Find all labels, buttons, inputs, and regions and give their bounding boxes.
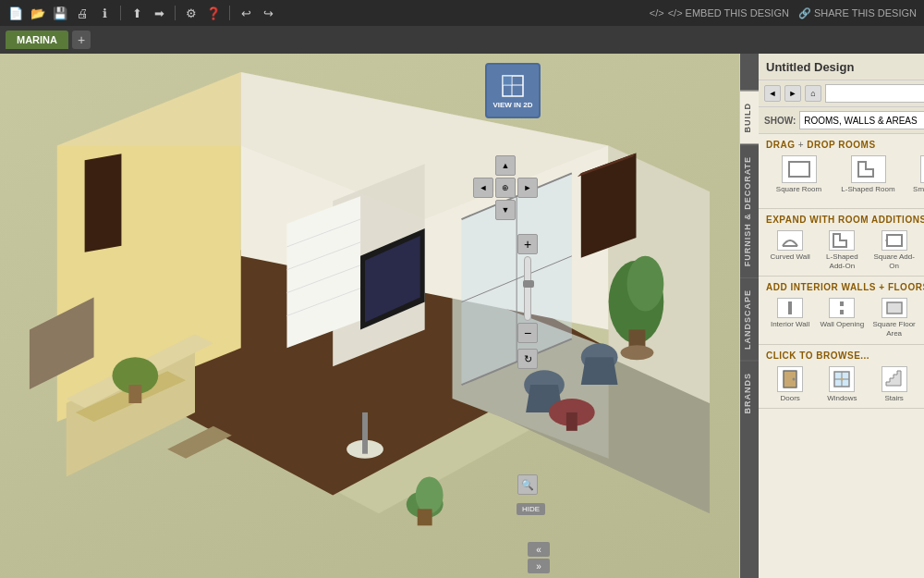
- curved-wall-item[interactable]: Curved Wall: [766, 230, 814, 270]
- svg-rect-30: [566, 412, 578, 431]
- room-render: [0, 54, 739, 578]
- toolbar-help-icon[interactable]: ❓: [205, 5, 222, 21]
- panel-tabs: BUILD FURNISH & DECORATE LANDSCAPE BRAND…: [740, 54, 924, 578]
- toolbar-redo-icon[interactable]: ↪: [260, 5, 276, 21]
- interior-wall-item[interactable]: Interior Wall: [766, 298, 814, 338]
- toolbar-settings-icon[interactable]: ⚙: [183, 5, 200, 21]
- nav-down-arrow[interactable]: ▼: [495, 200, 516, 220]
- svg-marker-52: [858, 162, 873, 177]
- panel-header: Untitled Design i: [759, 54, 924, 80]
- toolbar-new-icon[interactable]: 📄: [7, 5, 24, 21]
- toolbar-export-icon[interactable]: ➡: [151, 5, 167, 21]
- rotate-button[interactable]: ↻: [517, 349, 538, 369]
- svg-rect-9: [85, 154, 122, 252]
- stairs-item[interactable]: Stairs: [870, 366, 918, 402]
- small-room-label: Small Room or Closet: [905, 185, 924, 203]
- show-select[interactable]: ROOMS, WALLS & AREAS ROOMS ONLY ALL: [799, 111, 924, 129]
- doors-item[interactable]: Doors: [766, 366, 814, 402]
- wall-opening-item[interactable]: Wall Opening: [818, 298, 866, 338]
- right-panel: BUILD FURNISH & DECORATE LANDSCAPE BRAND…: [739, 54, 924, 578]
- room-svg: [0, 54, 739, 578]
- windows-label: Windows: [827, 394, 857, 402]
- side-tabs: BUILD FURNISH & DECORATE LANDSCAPE BRAND…: [740, 54, 759, 578]
- wall-opening-icon: [829, 298, 855, 318]
- svg-marker-71: [886, 371, 901, 386]
- show-label: SHOW:: [764, 116, 796, 126]
- browse-title: CLICK TO BROWSE...: [766, 350, 924, 361]
- toolbar-upload-icon[interactable]: ⬆: [128, 5, 145, 21]
- svg-point-70: [841, 377, 844, 380]
- square-room-item[interactable]: Square Room: [766, 155, 832, 203]
- add-tab-button[interactable]: +: [72, 31, 91, 49]
- zoom-out-button[interactable]: −: [517, 323, 538, 343]
- toolbar-save-icon[interactable]: 💾: [52, 5, 68, 21]
- wall-opening-label: Wall Opening: [821, 320, 865, 329]
- toolbar-separator-2: [175, 6, 176, 20]
- expand-section: EXPAND WITH ROOM ADDITIONS Curved Wall: [759, 209, 924, 277]
- toolbar-separator-3: [229, 6, 230, 20]
- square-floor-item[interactable]: Square Floor Area: [870, 298, 918, 338]
- interior-grid: Interior Wall Wall Opening: [766, 298, 924, 338]
- small-room-item[interactable]: Small Room or Closet: [905, 155, 924, 203]
- svg-rect-56: [887, 235, 902, 246]
- search-input[interactable]: [825, 84, 924, 103]
- toolbar-undo-icon[interactable]: ↩: [237, 5, 254, 21]
- browse-grid: Doors Windows: [766, 366, 924, 402]
- view-controls: VIEW IN 2D: [485, 63, 541, 118]
- toolbar-open-icon[interactable]: 📂: [30, 5, 46, 21]
- svg-point-41: [416, 477, 444, 514]
- scroll-up-button[interactable]: «: [528, 542, 550, 557]
- l-shaped-room-icon: [851, 155, 886, 183]
- svg-rect-24: [362, 412, 368, 454]
- toolbar-info-icon[interactable]: ℹ: [96, 5, 113, 21]
- svg-rect-51: [789, 162, 809, 177]
- magnifier-button[interactable]: 🔍: [517, 474, 538, 495]
- share-button[interactable]: 🔗 SHARE THIS DESIGN: [798, 7, 917, 19]
- nav-up-arrow[interactable]: ▲: [495, 155, 516, 176]
- nav-forward-button[interactable]: ►: [784, 85, 801, 102]
- nav-back-button[interactable]: ◄: [764, 85, 781, 102]
- embed-icon: </>: [650, 7, 664, 18]
- nav-left-arrow[interactable]: ◄: [473, 178, 493, 198]
- small-room-icon: [920, 155, 925, 183]
- svg-rect-21: [128, 385, 141, 403]
- hide-button[interactable]: HIDE: [517, 503, 545, 515]
- svg-point-34: [621, 345, 654, 360]
- square-room-label: Square Room: [776, 185, 821, 194]
- view-2d-button[interactable]: VIEW IN 2D: [485, 63, 541, 118]
- nav-right-arrow[interactable]: ►: [517, 178, 538, 198]
- toolbar-right: </> </> EMBED THIS DESIGN 🔗 SHARE THIS D…: [650, 7, 917, 19]
- windows-item[interactable]: Windows: [818, 366, 866, 402]
- zoom-slider[interactable]: [524, 256, 531, 321]
- scroll-down-button[interactable]: »: [528, 559, 550, 573]
- l-shaped-addon-item[interactable]: L-Shaped Add-On: [818, 230, 866, 270]
- bottom-navigation: « »: [528, 542, 550, 573]
- build-tab[interactable]: BUILD: [740, 91, 759, 144]
- show-row: SHOW: ROOMS, WALLS & AREAS ROOMS ONLY AL…: [759, 107, 924, 134]
- embed-label: </> EMBED THIS DESIGN: [668, 7, 789, 18]
- l-shaped-addon-icon: [829, 230, 855, 251]
- floorplan-icon: [500, 73, 526, 99]
- svg-rect-62: [887, 302, 902, 314]
- zoom-in-button[interactable]: +: [517, 234, 538, 254]
- interior-wall-label: Interior Wall: [771, 320, 809, 329]
- embed-button[interactable]: </> </> EMBED THIS DESIGN: [650, 7, 789, 18]
- landscape-tab[interactable]: LANDSCAPE: [740, 277, 759, 361]
- nav-home-button[interactable]: ⌂: [805, 85, 821, 102]
- canvas-area[interactable]: VIEW IN 2D ▲ ◄ ⊕ ► ▼ + − ↻: [0, 54, 739, 578]
- svg-marker-28: [581, 357, 618, 385]
- brands-tab[interactable]: BRANDS: [740, 361, 759, 425]
- doors-icon: [777, 366, 803, 392]
- marina-tab[interactable]: MARINA: [6, 31, 68, 49]
- zoom-handle: [523, 280, 534, 288]
- l-shaped-addon-label: L-Shaped Add-On: [818, 252, 866, 270]
- search-bar: ◄ ► ⌂ 🔍: [759, 80, 924, 107]
- stairs-icon: [881, 366, 907, 392]
- svg-rect-50: [503, 76, 512, 85]
- square-addon-item[interactable]: Square Add-On: [870, 230, 918, 270]
- nav-center-button[interactable]: ⊕: [495, 178, 516, 198]
- toolbar-print-icon[interactable]: 🖨: [74, 5, 91, 21]
- furnish-tab[interactable]: FURNISH & DECORATE: [740, 144, 759, 277]
- interior-section: ADD INTERIOR WALLS + FLOORS Interior Wal…: [759, 277, 924, 344]
- l-shaped-room-item[interactable]: L-Shaped Room: [835, 155, 901, 203]
